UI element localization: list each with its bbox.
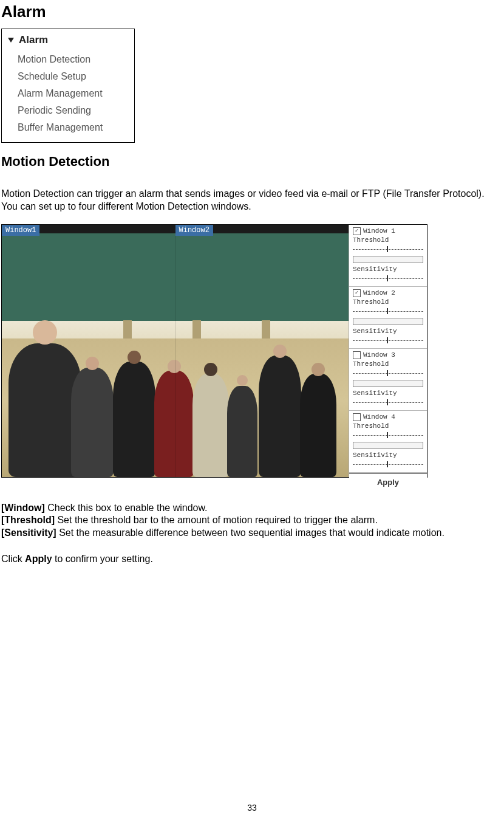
def-window-label: [Window] xyxy=(1,503,45,513)
window2-title: Window 2 xyxy=(363,289,395,297)
definitions: [Window] Check this box to enable the wi… xyxy=(1,502,503,540)
window3-sensitivity-slider[interactable] xyxy=(353,399,423,404)
def-window-text: Check this box to enable the window. xyxy=(45,503,208,513)
page-title: Alarm xyxy=(1,2,504,21)
menu-item-schedule-setup[interactable]: Schedule Setup xyxy=(18,68,134,85)
window1-checkbox[interactable]: ✓ xyxy=(353,227,361,235)
window4-threshold-bar xyxy=(353,442,423,449)
window3-panel: Window 3 Threshold Sensitivity xyxy=(349,349,427,411)
video-window2-label: Window2 xyxy=(175,225,213,236)
window3-checkbox[interactable] xyxy=(353,351,361,359)
window3-threshold-bar xyxy=(353,380,423,387)
window4-checkbox[interactable] xyxy=(353,413,361,421)
collapse-triangle-icon xyxy=(8,38,14,43)
window2-panel: ✓ Window 2 Threshold Sensitivity xyxy=(349,287,427,349)
window4-threshold-label: Threshold xyxy=(353,422,423,430)
motion-detection-screenshot: Window1 Window2 ✓ Window 1 Threshold Sen… xyxy=(1,224,427,478)
closing-pre: Click xyxy=(1,554,25,564)
window4-sensitivity-slider[interactable] xyxy=(353,461,423,466)
window3-title: Window 3 xyxy=(363,351,395,359)
alarm-menu: Alarm Motion Detection Schedule Setup Al… xyxy=(1,29,135,143)
window2-sensitivity-slider[interactable] xyxy=(353,337,423,342)
window2-sensitivity-label: Sensitivity xyxy=(353,328,423,335)
page-number: 33 xyxy=(0,803,504,812)
menu-item-motion-detection[interactable]: Motion Detection xyxy=(18,51,134,68)
def-sensitivity-label: [Sensitivity] xyxy=(1,527,56,538)
window3-sensitivity-label: Sensitivity xyxy=(353,390,423,397)
video-preview: Window1 Window2 xyxy=(2,225,349,477)
window1-sensitivity-label: Sensitivity xyxy=(353,266,423,273)
video-window1-label: Window1 xyxy=(2,225,39,236)
motion-side-panel: ✓ Window 1 Threshold Sensitivity ✓ Windo… xyxy=(349,225,427,477)
window3-threshold-label: Threshold xyxy=(353,360,423,368)
window4-title: Window 4 xyxy=(363,413,395,421)
closing-line: Click Apply to confirm your setting. xyxy=(1,553,503,566)
window1-sensitivity-slider[interactable] xyxy=(353,275,423,280)
window2-checkbox[interactable]: ✓ xyxy=(353,289,361,297)
window4-sensitivity-label: Sensitivity xyxy=(353,452,423,459)
window3-threshold-slider[interactable] xyxy=(353,370,423,375)
window1-threshold-label: Threshold xyxy=(353,236,423,244)
window2-threshold-bar xyxy=(353,318,423,325)
window4-threshold-slider[interactable] xyxy=(353,432,423,437)
window1-panel: ✓ Window 1 Threshold Sensitivity xyxy=(349,225,427,287)
alarm-menu-header[interactable]: Alarm xyxy=(2,34,134,50)
section-heading: Motion Detection xyxy=(1,154,504,170)
closing-post: to confirm your setting. xyxy=(52,554,153,564)
window2-threshold-label: Threshold xyxy=(353,298,423,306)
apply-button[interactable]: Apply xyxy=(349,473,427,490)
window1-title: Window 1 xyxy=(363,227,395,235)
window1-threshold-slider[interactable] xyxy=(353,246,423,251)
def-threshold-label: [Threshold] xyxy=(1,515,55,525)
closing-bold: Apply xyxy=(25,554,52,564)
alarm-menu-header-label: Alarm xyxy=(19,34,48,46)
menu-item-periodic-sending[interactable]: Periodic Sending xyxy=(18,102,134,119)
menu-item-buffer-management[interactable]: Buffer Management xyxy=(18,119,134,136)
intro-paragraph: Motion Detection can trigger an alarm th… xyxy=(1,188,503,213)
window1-threshold-bar xyxy=(353,256,423,263)
menu-item-alarm-management[interactable]: Alarm Management xyxy=(18,85,134,102)
def-threshold-text: Set the threshold bar to the amount of m… xyxy=(55,515,378,525)
def-sensitivity-text: Set the measurable difference between tw… xyxy=(56,527,444,538)
window2-threshold-slider[interactable] xyxy=(353,308,423,313)
window4-panel: Window 4 Threshold Sensitivity xyxy=(349,411,427,473)
